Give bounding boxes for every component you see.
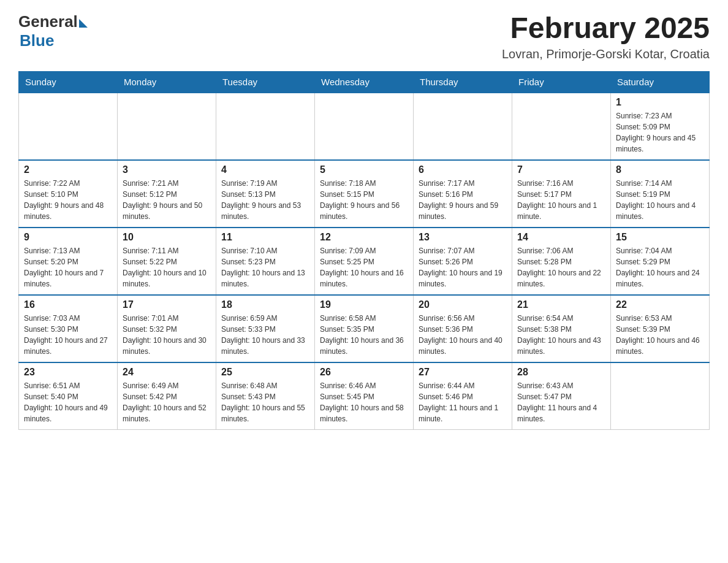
calendar-day-cell: 6Sunrise: 7:17 AMSunset: 5:16 PMDaylight… [414, 160, 512, 228]
calendar-day-cell: 11Sunrise: 7:10 AMSunset: 5:23 PMDayligh… [216, 228, 315, 295]
calendar-day-cell: 13Sunrise: 7:07 AMSunset: 5:26 PMDayligh… [414, 228, 512, 295]
calendar-day-cell: 19Sunrise: 6:58 AMSunset: 5:35 PMDayligh… [315, 295, 414, 362]
calendar-day-cell: 28Sunrise: 6:43 AMSunset: 5:47 PMDayligh… [512, 362, 611, 430]
day-info: Sunrise: 7:21 AMSunset: 5:12 PMDaylight:… [123, 178, 211, 222]
day-number: 20 [419, 299, 507, 310]
calendar-week-row: 2Sunrise: 7:22 AMSunset: 5:10 PMDaylight… [19, 160, 710, 228]
calendar-day-cell: 18Sunrise: 6:59 AMSunset: 5:33 PMDayligh… [216, 295, 315, 362]
weekday-header: Friday [512, 71, 611, 93]
day-number: 8 [616, 164, 704, 175]
calendar-day-cell: 8Sunrise: 7:14 AMSunset: 5:19 PMDaylight… [611, 160, 710, 228]
calendar-day-cell: 20Sunrise: 6:56 AMSunset: 5:36 PMDayligh… [414, 295, 512, 362]
day-info: Sunrise: 7:22 AMSunset: 5:10 PMDaylight:… [24, 178, 112, 222]
day-info: Sunrise: 7:11 AMSunset: 5:22 PMDaylight:… [123, 245, 211, 289]
calendar-day-cell: 2Sunrise: 7:22 AMSunset: 5:10 PMDaylight… [19, 160, 118, 228]
day-info: Sunrise: 7:14 AMSunset: 5:19 PMDaylight:… [616, 178, 704, 222]
day-number: 16 [24, 299, 112, 310]
day-number: 15 [616, 232, 704, 243]
calendar-day-cell [19, 93, 118, 160]
calendar-week-row: 16Sunrise: 7:03 AMSunset: 5:30 PMDayligh… [19, 295, 710, 362]
logo: General Blue [18, 12, 88, 50]
day-info: Sunrise: 6:43 AMSunset: 5:47 PMDaylight:… [517, 380, 605, 424]
weekday-header: Tuesday [216, 71, 315, 93]
calendar-day-cell: 10Sunrise: 7:11 AMSunset: 5:22 PMDayligh… [118, 228, 216, 295]
day-info: Sunrise: 6:56 AMSunset: 5:36 PMDaylight:… [419, 313, 507, 357]
day-info: Sunrise: 7:19 AMSunset: 5:13 PMDaylight:… [221, 178, 309, 222]
day-info: Sunrise: 7:17 AMSunset: 5:16 PMDaylight:… [419, 178, 507, 222]
day-info: Sunrise: 6:51 AMSunset: 5:40 PMDaylight:… [24, 380, 112, 424]
logo-blue-text: Blue [20, 31, 54, 50]
day-info: Sunrise: 6:58 AMSunset: 5:35 PMDaylight:… [320, 313, 408, 357]
day-info: Sunrise: 7:09 AMSunset: 5:25 PMDaylight:… [320, 245, 408, 289]
calendar-day-cell: 9Sunrise: 7:13 AMSunset: 5:20 PMDaylight… [19, 228, 118, 295]
logo-arrow-icon [79, 19, 88, 28]
weekday-header: Monday [118, 71, 216, 93]
day-info: Sunrise: 6:59 AMSunset: 5:33 PMDaylight:… [221, 313, 309, 357]
calendar-day-cell: 15Sunrise: 7:04 AMSunset: 5:29 PMDayligh… [611, 228, 710, 295]
day-number: 24 [123, 367, 211, 378]
month-title: February 2025 [502, 12, 710, 45]
calendar-week-row: 1Sunrise: 7:23 AMSunset: 5:09 PMDaylight… [19, 93, 710, 160]
day-info: Sunrise: 6:46 AMSunset: 5:45 PMDaylight:… [320, 380, 408, 424]
day-info: Sunrise: 7:03 AMSunset: 5:30 PMDaylight:… [24, 313, 112, 357]
day-number: 18 [221, 299, 309, 310]
calendar-day-cell: 7Sunrise: 7:16 AMSunset: 5:17 PMDaylight… [512, 160, 611, 228]
day-number: 13 [419, 232, 507, 243]
day-info: Sunrise: 7:01 AMSunset: 5:32 PMDaylight:… [123, 313, 211, 357]
weekday-header: Sunday [19, 71, 118, 93]
calendar-table: SundayMondayTuesdayWednesdayThursdayFrid… [18, 71, 710, 431]
calendar-day-cell: 22Sunrise: 6:53 AMSunset: 5:39 PMDayligh… [611, 295, 710, 362]
day-info: Sunrise: 7:16 AMSunset: 5:17 PMDaylight:… [517, 178, 605, 222]
calendar-day-cell: 3Sunrise: 7:21 AMSunset: 5:12 PMDaylight… [118, 160, 216, 228]
calendar-day-cell: 23Sunrise: 6:51 AMSunset: 5:40 PMDayligh… [19, 362, 118, 430]
day-info: Sunrise: 6:49 AMSunset: 5:42 PMDaylight:… [123, 380, 211, 424]
logo-general-text: General [18, 12, 78, 31]
day-info: Sunrise: 7:23 AMSunset: 5:09 PMDaylight:… [616, 110, 704, 155]
day-number: 9 [24, 232, 112, 243]
location-title: Lovran, Primorje-Gorski Kotar, Croatia [502, 47, 710, 61]
day-info: Sunrise: 6:54 AMSunset: 5:38 PMDaylight:… [517, 313, 605, 357]
day-number: 25 [221, 367, 309, 378]
day-info: Sunrise: 7:04 AMSunset: 5:29 PMDaylight:… [616, 245, 704, 289]
calendar-day-cell [611, 362, 710, 430]
calendar-header-row: SundayMondayTuesdayWednesdayThursdayFrid… [19, 71, 710, 93]
day-info: Sunrise: 7:07 AMSunset: 5:26 PMDaylight:… [419, 245, 507, 289]
day-number: 4 [221, 164, 309, 175]
calendar-day-cell: 5Sunrise: 7:18 AMSunset: 5:15 PMDaylight… [315, 160, 414, 228]
title-area: February 2025 Lovran, Primorje-Gorski Ko… [502, 12, 710, 61]
day-number: 7 [517, 164, 605, 175]
calendar-day-cell: 4Sunrise: 7:19 AMSunset: 5:13 PMDaylight… [216, 160, 315, 228]
day-number: 27 [419, 367, 507, 378]
calendar-day-cell [118, 93, 216, 160]
weekday-header: Saturday [611, 71, 710, 93]
day-info: Sunrise: 7:10 AMSunset: 5:23 PMDaylight:… [221, 245, 309, 289]
weekday-header: Wednesday [315, 71, 414, 93]
weekday-header: Thursday [414, 71, 512, 93]
calendar-day-cell: 17Sunrise: 7:01 AMSunset: 5:32 PMDayligh… [118, 295, 216, 362]
calendar-day-cell [512, 93, 611, 160]
day-number: 10 [123, 232, 211, 243]
day-number: 19 [320, 299, 408, 310]
day-number: 21 [517, 299, 605, 310]
day-number: 28 [517, 367, 605, 378]
day-number: 1 [616, 97, 704, 108]
day-info: Sunrise: 6:48 AMSunset: 5:43 PMDaylight:… [221, 380, 309, 424]
day-number: 26 [320, 367, 408, 378]
day-number: 22 [616, 299, 704, 310]
day-number: 2 [24, 164, 112, 175]
page-header: General Blue February 2025 Lovran, Primo… [18, 12, 710, 61]
calendar-day-cell: 12Sunrise: 7:09 AMSunset: 5:25 PMDayligh… [315, 228, 414, 295]
day-number: 14 [517, 232, 605, 243]
day-info: Sunrise: 7:06 AMSunset: 5:28 PMDaylight:… [517, 245, 605, 289]
day-info: Sunrise: 6:53 AMSunset: 5:39 PMDaylight:… [616, 313, 704, 357]
day-info: Sunrise: 7:13 AMSunset: 5:20 PMDaylight:… [24, 245, 112, 289]
day-number: 3 [123, 164, 211, 175]
calendar-day-cell: 27Sunrise: 6:44 AMSunset: 5:46 PMDayligh… [414, 362, 512, 430]
calendar-day-cell: 16Sunrise: 7:03 AMSunset: 5:30 PMDayligh… [19, 295, 118, 362]
calendar-day-cell [414, 93, 512, 160]
calendar-week-row: 23Sunrise: 6:51 AMSunset: 5:40 PMDayligh… [19, 362, 710, 430]
calendar-day-cell [216, 93, 315, 160]
day-number: 5 [320, 164, 408, 175]
calendar-day-cell: 24Sunrise: 6:49 AMSunset: 5:42 PMDayligh… [118, 362, 216, 430]
calendar-day-cell: 1Sunrise: 7:23 AMSunset: 5:09 PMDaylight… [611, 93, 710, 160]
